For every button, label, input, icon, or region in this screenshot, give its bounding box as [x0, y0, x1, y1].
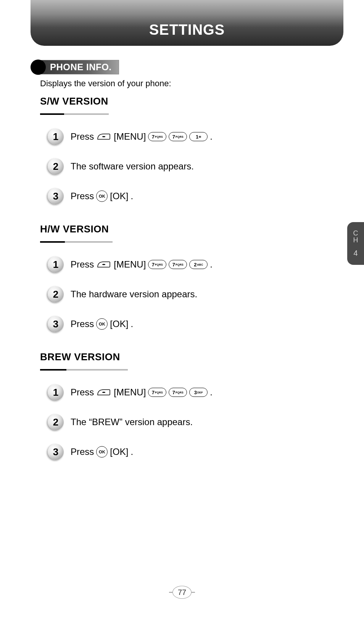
step-prefix: Press [71, 319, 94, 329]
underline-icon [40, 241, 113, 243]
menu-label: [MENU] [114, 387, 146, 398]
step-text: Press OK [OK]. [71, 446, 133, 458]
ok-key-icon: OK [96, 190, 108, 202]
header-banner: SETTINGS [31, 0, 343, 46]
step-row: 2 The hardware version appears. [48, 286, 330, 302]
ok-key-icon: OK [96, 446, 108, 458]
page-title: SETTINGS [149, 22, 225, 38]
side-tab-h: H [353, 237, 358, 243]
step-row: 2 The software version appears. [48, 158, 330, 174]
step-suffix: . [210, 259, 213, 270]
page-number: 77 [172, 586, 192, 599]
subsection-sw: S/W VERSION 1 Press [MENU] 7PQRS 7PQRS 1… [40, 95, 330, 204]
step-num: 1 [48, 384, 64, 400]
step-row: 3 Press OK [OK]. [48, 444, 330, 460]
key-7-icon: 7PQRS [169, 260, 187, 269]
step-num: 1 [48, 256, 64, 272]
ok-label: [OK] [110, 191, 128, 201]
step-prefix: Press [71, 387, 94, 398]
step-badge-icon: 2 [48, 158, 64, 174]
key-3-icon: 3DEF [189, 388, 208, 397]
step-badge-icon: 1 [48, 384, 64, 400]
step-suffix: . [130, 447, 133, 457]
subsection-brew: BREW VERSION 1 Press [MENU] 7PQRS 7PQRS … [40, 351, 330, 460]
ok-label: [OK] [110, 319, 128, 329]
section-dot-icon [31, 60, 46, 75]
step-prefix: Press [71, 259, 94, 270]
key-2-icon: 2ABC [189, 260, 208, 269]
step-row: 1 Press [MENU] 7PQRS 7PQRS 3DEF . [48, 384, 330, 400]
side-tab-num: 4 [353, 249, 358, 258]
step-text: Press OK [OK]. [71, 318, 133, 330]
step-badge-icon: 1 [48, 256, 64, 272]
step-text: Press [MENU] 7PQRS 7PQRS 1✉ . [71, 131, 213, 142]
step-row: 1 Press [MENU] 7PQRS 7PQRS 1✉ . [48, 129, 330, 145]
step-badge-icon: 3 [48, 188, 64, 204]
step-row: 2 The “BREW” version appears. [48, 414, 330, 430]
step-badge-icon: 2 [48, 286, 64, 302]
side-tab: C H 4 [347, 222, 364, 265]
menu-label: [MENU] [114, 259, 146, 270]
underline-icon [40, 369, 128, 371]
menu-label: [MENU] [114, 131, 146, 142]
step-text: Press OK [OK]. [71, 190, 133, 202]
step-prefix: Press [71, 191, 94, 201]
key-7-icon: 7PQRS [148, 132, 166, 141]
ok-key-icon: OK [96, 318, 108, 330]
underline-icon [40, 113, 109, 115]
softkey-icon [96, 260, 111, 269]
key-7-icon: 7PQRS [148, 388, 166, 397]
step-row: 3 Press OK [OK]. [48, 188, 330, 204]
side-tab-c: C [353, 230, 358, 237]
step-num: 1 [48, 129, 64, 145]
key-7-icon: 7PQRS [169, 388, 187, 397]
step-badge-icon: 1 [48, 129, 64, 145]
step-text: Press [MENU] 7PQRS 7PQRS 2ABC . [71, 259, 213, 270]
step-badge-icon: 3 [48, 444, 64, 460]
step-suffix: . [210, 387, 213, 398]
key-1-icon: 1✉ [189, 132, 208, 141]
sub-title: S/W VERSION [40, 95, 109, 110]
step-prefix: Press [71, 131, 94, 142]
step-suffix: . [210, 131, 213, 142]
step-text: Press [MENU] 7PQRS 7PQRS 3DEF . [71, 387, 213, 398]
section-tag: PHONE INFO. [31, 60, 119, 75]
step-num: 2 [48, 158, 64, 174]
step-suffix: . [130, 319, 133, 329]
softkey-icon [96, 132, 111, 142]
step-suffix: . [130, 191, 133, 201]
step-badge-icon: 2 [48, 414, 64, 430]
step-text: The “BREW” version appears. [71, 417, 193, 427]
intro-text: Displays the version of your phone: [40, 79, 171, 89]
key-7-icon: 7PQRS [148, 260, 166, 269]
step-num: 2 [48, 414, 64, 430]
step-num: 3 [48, 188, 64, 204]
step-text: The software version appears. [71, 161, 194, 172]
key-7-icon: 7PQRS [169, 132, 187, 141]
ok-label: [OK] [110, 447, 128, 457]
step-prefix: Press [71, 447, 94, 457]
sub-title: BREW VERSION [40, 351, 120, 365]
step-num: 3 [48, 444, 64, 460]
subsection-hw: H/W VERSION 1 Press [MENU] 7PQRS 7PQRS 2… [40, 223, 330, 332]
step-num: 3 [48, 316, 64, 332]
page-number-wrap: 77 [171, 585, 193, 600]
sub-title: H/W VERSION [40, 223, 109, 237]
svg-point-0 [102, 136, 105, 137]
step-badge-icon: 3 [48, 316, 64, 332]
section-label: PHONE INFO. [41, 60, 119, 74]
step-row: 3 Press OK [OK]. [48, 316, 330, 332]
svg-point-2 [102, 392, 105, 393]
step-text: The hardware version appears. [71, 289, 197, 300]
softkey-icon [96, 387, 111, 397]
step-num: 2 [48, 286, 64, 302]
step-row: 1 Press [MENU] 7PQRS 7PQRS 2ABC . [48, 256, 330, 272]
svg-point-1 [102, 264, 105, 265]
content: S/W VERSION 1 Press [MENU] 7PQRS 7PQRS 1… [40, 95, 330, 479]
